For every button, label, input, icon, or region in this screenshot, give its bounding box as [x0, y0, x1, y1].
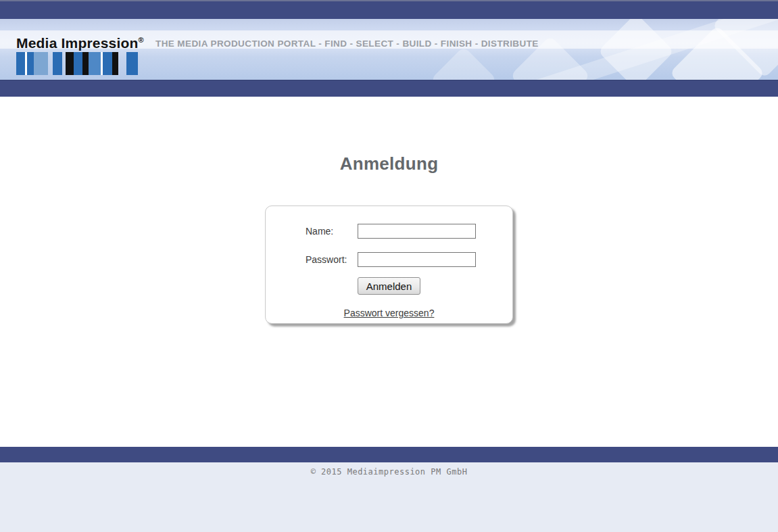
logo-bar: [34, 52, 48, 75]
page-title: Anmeldung: [0, 97, 778, 174]
logo-bar: [112, 52, 118, 75]
logo-bar: [16, 52, 25, 75]
main-content: Anmeldung Name: Passwort: Anmelden Passw…: [0, 97, 778, 447]
copyright-text: © 2015 Mediaimpression PM GmbH: [311, 467, 468, 477]
name-field-row: Name:: [306, 224, 512, 239]
forgot-password-row: Passwort vergessen?: [266, 307, 512, 319]
mid-navy-bar: [0, 80, 778, 97]
login-form-panel: Name: Passwort: Anmelden Passwort verges…: [265, 205, 513, 324]
logo-bar: [48, 52, 53, 75]
forgot-password-link[interactable]: Passwort vergessen?: [344, 308, 435, 318]
password-field-row: Passwort:: [306, 252, 512, 267]
password-label: Passwort:: [306, 254, 358, 265]
logo-bar: [74, 52, 82, 75]
name-input[interactable]: [358, 224, 476, 239]
logo-bar: [82, 52, 89, 75]
footer-navy-bar: [0, 447, 778, 462]
portal-tagline: THE MEDIA PRODUCTION PORTAL - FIND - SEL…: [155, 39, 539, 49]
logo-bar: [53, 52, 62, 75]
banner-photo-decoration: [431, 47, 497, 80]
logo-bar: [27, 52, 34, 75]
logo-bar: [126, 52, 138, 75]
top-navy-bar: [0, 0, 778, 19]
media-impression-logo: Media Impression®: [16, 32, 144, 75]
footer: © 2015 Mediaimpression PM GmbH: [0, 462, 778, 532]
login-button[interactable]: Anmelden: [358, 277, 421, 295]
page: Media Impression® THE MEDIA PRODUCTION P…: [0, 0, 778, 532]
password-input[interactable]: [358, 252, 476, 267]
header-banner: Media Impression® THE MEDIA PRODUCTION P…: [0, 19, 778, 80]
submit-row: Anmelden: [266, 277, 512, 295]
registered-trademark-symbol: ®: [139, 36, 144, 44]
logo-bar: [66, 52, 74, 75]
logo-bar: [103, 52, 112, 75]
name-label: Name:: [306, 226, 358, 237]
logo-bar: [89, 52, 101, 75]
logo-brand-text: Media Impression®: [16, 32, 144, 51]
logo-bar: [118, 52, 126, 75]
logo-barcode-graphic: [16, 52, 138, 75]
